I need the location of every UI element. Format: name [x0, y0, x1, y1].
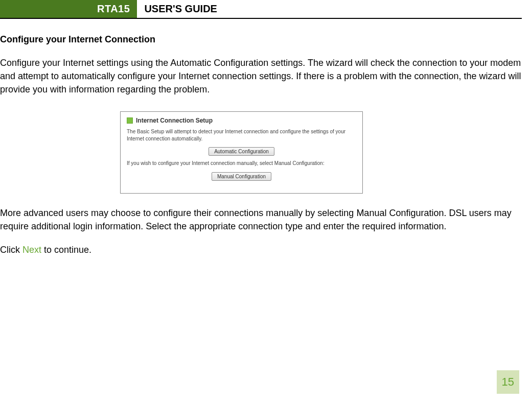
page-number: 15 — [497, 370, 519, 394]
panel-manual-text: If you wish to configure your Internet c… — [127, 160, 356, 167]
manual-button-row: Manual Configuration — [127, 171, 356, 181]
auto-button-row: Automatic Configuration — [127, 146, 356, 156]
intro-paragraph: Configure your Internet settings using t… — [0, 56, 522, 96]
panel-square-icon — [127, 117, 133, 124]
click-prefix: Click — [0, 245, 22, 255]
advanced-paragraph: More advanced users may choose to config… — [0, 206, 522, 233]
internet-setup-panel: Internet Connection Setup The Basic Setu… — [120, 111, 363, 194]
panel-auto-text: The Basic Setup will attempt to detect y… — [127, 128, 356, 142]
page-header: RTA15 USER'S GUIDE — [0, 0, 522, 19]
manual-configuration-button[interactable]: Manual Configuration — [212, 172, 271, 181]
click-suffix: to continue. — [41, 245, 91, 255]
panel-title-row: Internet Connection Setup — [127, 117, 356, 124]
automatic-configuration-button[interactable]: Automatic Configuration — [209, 147, 274, 156]
next-link[interactable]: Next — [22, 245, 41, 255]
page-content: Configure your Internet Connection Confi… — [0, 19, 532, 256]
brand-badge: RTA15 — [0, 0, 137, 18]
guide-title: USER'S GUIDE — [137, 0, 224, 18]
panel-title: Internet Connection Setup — [136, 117, 213, 124]
section-heading: Configure your Internet Connection — [0, 34, 522, 45]
click-next-line: Click Next to continue. — [0, 243, 522, 256]
